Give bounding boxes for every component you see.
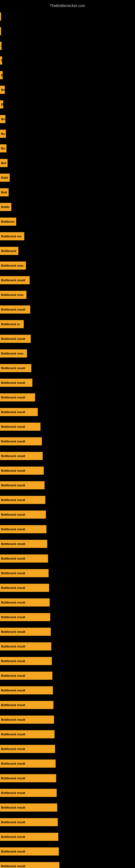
bar-label: Bottleneck result (1, 733, 25, 736)
bar-label: Bottleneck result (1, 865, 25, 868)
bar-row: B (0, 54, 135, 67)
bar-label: Bottleneck result (1, 586, 25, 589)
bar-label: Bottleneck re (1, 322, 20, 326)
bar-row: Bottleneck result (0, 581, 135, 595)
bar-label: Bottlenec (1, 220, 14, 223)
bar-label: Bottleneck result (1, 498, 25, 501)
bar-row: Bottleneck result (0, 771, 135, 785)
bar-label: B (1, 59, 2, 62)
bar-row: Bottleneck result (0, 552, 135, 565)
bar-row: Bottleneck res (0, 229, 135, 243)
bar-label: Bottleneck result (1, 454, 25, 458)
bar-row: Bottleneck result (0, 698, 135, 712)
bar-row: Bo (0, 112, 135, 126)
bar-row: Bottleneck result (0, 801, 135, 814)
bar-label: Bottleneck result (1, 542, 25, 546)
bar-row: Bottleneck result (0, 859, 135, 868)
bar-label: B (1, 103, 3, 106)
bar-label: Bottleneck result (1, 308, 25, 311)
site-title: TheBottlenecker.com (0, 1, 135, 10)
bar-row: Bottleneck result (0, 669, 135, 683)
bar-row: Bottleneck resu (0, 258, 135, 273)
bar-row: Bottleneck result (0, 493, 135, 507)
bar-row: Bottleneck result (0, 332, 135, 346)
bar-row: Bottleneck result (0, 830, 135, 844)
bar-label: Bott (1, 191, 7, 194)
bar-label: Bottleneck result (1, 279, 25, 282)
bar-label: Bottleneck result (1, 513, 25, 516)
bar-label: E (1, 44, 2, 48)
bar-label: Bot (1, 161, 6, 165)
bar-label: Bottleneck result (1, 571, 25, 575)
bar-label: Bottleneck result (1, 703, 25, 707)
bar-label: Bottleneck result (1, 381, 25, 384)
bar-row: Bottleneck result (0, 303, 135, 316)
bar-label: Bottleneck result (1, 820, 25, 824)
bar-label: Bottleneck result (1, 659, 25, 663)
bar-row: Bo (0, 127, 135, 141)
bar-label: Bottleneck result (1, 747, 25, 750)
bar-row: Bottlenec (0, 215, 135, 229)
bar-label: Bottleneck result (1, 806, 25, 809)
bar-row: Bottleneck result (0, 449, 135, 463)
bar-label: Bottle (1, 205, 9, 209)
bar-label: Bottleneck result (1, 777, 25, 780)
bar-row: Bottleneck result (0, 566, 135, 580)
bar-label: Bottleneck resu (1, 264, 24, 267)
bar-row: Bottleneck result (0, 713, 135, 727)
bar-label: Bottleneck (1, 249, 16, 252)
bar-label: Bo (1, 147, 5, 150)
bar-row: Bottleneck result (0, 420, 135, 434)
bar-label: Bottleneck result (1, 791, 25, 795)
bar-row: Bottleneck result (0, 478, 135, 492)
bar-label: Bo (1, 88, 5, 91)
bar-row: Bottleneck result (0, 376, 135, 390)
bar-row: Bottleneck result (0, 507, 135, 522)
bar-label: Bottleneck resu (1, 293, 24, 297)
bar-row: Bottleneck result (0, 786, 135, 800)
bar-label: Bottleneck result (1, 396, 25, 399)
bar-label: Bottleneck resu (1, 352, 24, 355)
bar-row: Bottleneck result (0, 537, 135, 551)
bar-row: E (0, 39, 135, 53)
bar-label: Bottleneck result (1, 410, 25, 414)
bar-label: E (1, 73, 3, 77)
bar-label: Bottleneck result (1, 469, 25, 472)
bar-label: Bottleneck result (1, 645, 25, 648)
bar-label: Bottleneck result (1, 689, 25, 692)
bar-label: Bottleneck result (1, 835, 25, 838)
bar-row: Bottleneck result (0, 405, 135, 419)
bar-row: Bottleneck result (0, 639, 135, 653)
bar-label: Bottleneck res (1, 235, 21, 238)
bar-label: Bottleneck result (1, 718, 25, 721)
bar-label: Bottleneck result (1, 601, 25, 604)
bar-row: B (0, 97, 135, 112)
bar-row: Bottleneck result (0, 756, 135, 771)
bar-row: Bottl (0, 170, 135, 185)
bar-row: Bottleneck re (0, 317, 135, 331)
bar-row: Bottleneck resu (0, 346, 135, 361)
bar-label: Bottleneck result (1, 616, 25, 619)
bar-label: Bottleneck result (1, 425, 25, 428)
bar-row: E (0, 68, 135, 82)
bar-row: Bo (0, 83, 135, 97)
bar-row: Bott (0, 185, 135, 199)
bar-label: Bottleneck result (1, 674, 25, 677)
bar-label: Bottleneck result (1, 762, 25, 765)
bar-label: Bottleneck result (1, 630, 25, 633)
bar-label: Bottleneck result (1, 528, 25, 531)
bar-row: Bottleneck result (0, 727, 135, 741)
bar-label: Bottleneck result (1, 484, 25, 487)
bar-row: F (0, 24, 135, 38)
bar-row: Bottleneck resu (0, 288, 135, 302)
bar-label: Bottleneck result (1, 850, 25, 853)
bar-label: Bo (1, 132, 5, 135)
bar-label: Bottleneck result (1, 367, 25, 370)
bar-row: Bottleneck result (0, 522, 135, 536)
bar-row: Bottleneck result (0, 844, 135, 859)
bar-row: Bottleneck result (0, 434, 135, 448)
bars-container: |FEBEBoBBoBoBoBotBottlBottBottleBottlene… (0, 9, 135, 868)
bar-row: Bottleneck (0, 244, 135, 258)
bar-row: | (0, 9, 135, 24)
bar-row: Bottleneck result (0, 273, 135, 287)
